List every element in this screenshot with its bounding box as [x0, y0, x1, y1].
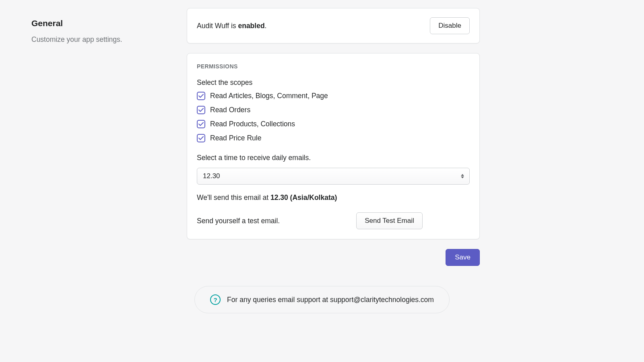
scope-row[interactable]: Read Orders — [197, 106, 470, 114]
help-icon: ? — [210, 294, 221, 305]
settings-main: Audit Wuff is enabled. Disable PERMISSIO… — [187, 15, 480, 266]
checkbox-icon[interactable] — [197, 134, 205, 142]
scope-row[interactable]: Read Products, Collections — [197, 120, 470, 128]
settings-sidebar: General Customize your app settings. — [31, 15, 187, 266]
disable-button[interactable]: Disable — [430, 17, 470, 34]
permissions-card: PERMISSIONS Select the scopes Read Artic… — [187, 53, 480, 239]
page-title: General — [31, 19, 187, 28]
status-state: enabled — [238, 22, 264, 30]
status-card: Audit Wuff is enabled. Disable — [187, 8, 480, 43]
checkbox-icon[interactable] — [197, 120, 205, 128]
scope-label-text: Read Orders — [210, 106, 250, 114]
save-button[interactable]: Save — [446, 249, 480, 266]
scope-label-text: Read Price Rule — [210, 134, 261, 142]
time-helper-prefix: We'll send this email at — [197, 193, 270, 202]
send-test-email-button[interactable]: Send Test Email — [356, 212, 423, 229]
time-helper-bold: 12.30 (Asia/Kolkata) — [270, 193, 337, 202]
support-text: For any queries email support at support… — [227, 296, 434, 304]
time-select-wrap[interactable]: 12.30 — [197, 168, 470, 185]
action-bar: Save — [187, 249, 480, 266]
status-suffix: . — [265, 22, 267, 30]
time-label: Select a time to receive daily emails. — [197, 154, 470, 162]
scope-row[interactable]: Read Price Rule — [197, 134, 470, 142]
scope-label: Select the scopes — [197, 78, 470, 87]
status-prefix: Audit Wuff is — [197, 22, 238, 30]
scope-label-text: Read Articles, Blogs, Comment, Page — [210, 92, 328, 100]
support-pill: ? For any queries email support at suppo… — [194, 286, 450, 313]
time-select[interactable]: 12.30 — [197, 168, 470, 185]
test-email-label: Send yourself a test email. — [197, 217, 280, 225]
permissions-heading: PERMISSIONS — [197, 63, 470, 70]
page-subtitle: Customize your app settings. — [31, 35, 187, 45]
status-text: Audit Wuff is enabled. — [197, 22, 266, 30]
scope-label-text: Read Products, Collections — [210, 120, 295, 128]
checkbox-icon[interactable] — [197, 106, 205, 114]
checkbox-icon[interactable] — [197, 92, 205, 100]
time-helper: We'll send this email at 12.30 (Asia/Kol… — [197, 193, 470, 202]
scope-row[interactable]: Read Articles, Blogs, Comment, Page — [197, 92, 470, 100]
